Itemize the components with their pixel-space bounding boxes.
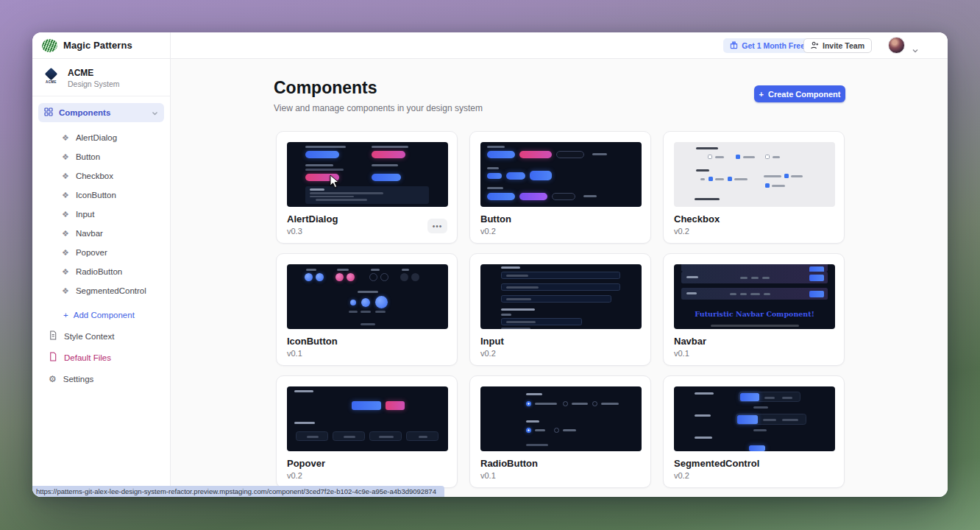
- sidebar-item-settings[interactable]: ⚙ Settings: [32, 368, 170, 389]
- chevron-down-icon[interactable]: [912, 43, 918, 56]
- preview-text-line: [305, 146, 346, 148]
- card-button[interactable]: Button v0.2: [469, 131, 651, 244]
- card-version: v0.2: [480, 227, 640, 236]
- preview-icon-button: [369, 273, 377, 281]
- card-popover[interactable]: Popover v0.2: [276, 375, 458, 488]
- card-title: Popover: [287, 458, 447, 469]
- preview-icon-button: [316, 273, 324, 281]
- sidebar-item-default-files[interactable]: Default Files: [32, 347, 170, 368]
- preview-text-line: [535, 403, 557, 405]
- preview-trigger: [296, 431, 328, 441]
- card-iconbutton[interactable]: IconButton v0.1: [276, 253, 458, 366]
- sidebar-item-iconbutton[interactable]: ❖IconButton: [32, 186, 170, 205]
- get-month-free-button[interactable]: Get 1 Month Free: [723, 38, 812, 53]
- user-avatar[interactable]: [888, 37, 905, 54]
- sidebar-footer: Style Context Default Files ⚙ Settings: [32, 325, 170, 389]
- preview-button: [506, 172, 525, 180]
- plus-icon: +: [63, 311, 68, 319]
- sidebar-item-navbar[interactable]: ❖Navbar: [32, 224, 170, 243]
- preview-text-line: [715, 156, 724, 158]
- preview-icon-button: [335, 273, 344, 281]
- app-logo[interactable]: Magic Patterns: [32, 32, 170, 59]
- preview-text-line: [740, 277, 748, 279]
- button-thumbnail: [480, 142, 642, 207]
- preview-radio: [526, 401, 531, 406]
- card-version: v0.1: [674, 349, 834, 358]
- preview-text-line: [764, 397, 775, 399]
- sidebar-item-input[interactable]: ❖Input: [32, 205, 170, 224]
- workspace-switcher[interactable]: ACME ACME Design System: [32, 66, 170, 88]
- sidebar-item-components[interactable]: Components: [38, 103, 164, 122]
- preview-text-line: [753, 406, 768, 409]
- card-menu-button[interactable]: •••: [427, 219, 447, 233]
- preview-button: [519, 193, 547, 200]
- input-thumbnail: [480, 264, 642, 329]
- add-component-button[interactable]: +Add Component: [32, 305, 170, 325]
- preview-text-line: [305, 164, 333, 166]
- document-lines-icon: [49, 331, 57, 342]
- preview-text-line: [419, 436, 427, 438]
- card-version: v0.3: [287, 227, 447, 236]
- preview-segmented-control: [739, 392, 800, 402]
- sidebar-item-button[interactable]: ❖Button: [32, 147, 170, 166]
- alertdialog-thumbnail: [287, 142, 448, 207]
- sidebar-item-popover[interactable]: ❖Popover: [32, 243, 170, 262]
- preview-text-line: [730, 293, 736, 295]
- preview-icon-button: [347, 273, 355, 281]
- preview-button: [372, 174, 401, 181]
- preview-text-line: [695, 414, 711, 417]
- preview-text-line: [306, 269, 316, 271]
- sidebar-item-label: Input: [76, 210, 95, 219]
- get-month-free-label: Get 1 Month Free: [742, 41, 805, 50]
- preview-text-line: [487, 187, 503, 189]
- mouse-cursor-icon: [330, 174, 340, 188]
- sidebar-item-segmentedcontrol[interactable]: ❖SegmentedControl: [32, 281, 170, 300]
- preview-icon-button: [380, 273, 388, 281]
- preview-radio: [592, 401, 597, 406]
- card-segmentedcontrol[interactable]: SegmentedControl v0.2: [663, 375, 845, 488]
- card-title: Button: [480, 213, 640, 225]
- preview-active-segment: [749, 445, 765, 451]
- card-version: v0.1: [480, 471, 640, 480]
- card-navbar[interactable]: Futuristic Navbar Component! Navbar v0.1: [663, 253, 845, 366]
- preview-icon-button: [350, 300, 356, 305]
- preview-code-line: [310, 196, 354, 198]
- settings-label: Settings: [63, 375, 94, 384]
- preview-radio: [526, 428, 531, 433]
- card-checkbox[interactable]: Checkbox v0.2: [663, 131, 845, 244]
- add-component-label: Add Component: [74, 311, 135, 319]
- preview-text-line: [305, 169, 344, 171]
- sidebar-item-checkbox[interactable]: ❖Checkbox: [32, 166, 170, 186]
- preview-text-line: [526, 393, 542, 395]
- preview-text-line: [592, 153, 607, 155]
- card-version: v0.2: [287, 471, 447, 480]
- preview-text-line: [734, 178, 748, 180]
- component-icon: ❖: [62, 287, 69, 295]
- invite-team-button[interactable]: Invite Team: [803, 38, 872, 53]
- card-title: Input: [480, 336, 640, 347]
- sidebar-item-label: AlertDialog: [76, 133, 117, 142]
- preview-text-line: [762, 277, 770, 279]
- card-radiobutton[interactable]: RadioButton v0.1: [469, 375, 651, 488]
- card-input[interactable]: Input v0.2: [469, 253, 651, 366]
- cube-icon: [45, 68, 57, 80]
- preview-button: [386, 401, 405, 410]
- card-title: Navbar: [674, 336, 834, 347]
- sidebar-item-label: RadioButton: [76, 267, 122, 276]
- sidebar-item-label: Checkbox: [76, 172, 113, 180]
- sidebar-item-radiobutton[interactable]: ❖RadioButton: [32, 262, 170, 281]
- preview-text-line: [358, 291, 378, 293]
- preview-text-line: [583, 195, 597, 197]
- preview-button: [519, 151, 552, 158]
- preview-text-line: [782, 419, 798, 421]
- card-alertdialog[interactable]: AlertDialog v0.3 •••: [276, 131, 458, 244]
- sidebar-item-alertdialog[interactable]: ❖AlertDialog: [32, 128, 170, 147]
- preview-checkbox: [765, 155, 770, 159]
- sidebar-item-style-context[interactable]: Style Context: [32, 325, 170, 347]
- preview-text-line: [294, 422, 315, 424]
- desktop-background: { "topbar": { "logo": "Magic Patterns", …: [0, 0, 980, 530]
- preview-text-line: [501, 328, 530, 329]
- app-window: Get 1 Month Free Invite Team Magic Patte…: [32, 32, 948, 497]
- create-component-button[interactable]: + Create Component: [754, 85, 845, 102]
- component-list: ❖AlertDialog ❖Button ❖Checkbox ❖IconButt…: [32, 128, 170, 325]
